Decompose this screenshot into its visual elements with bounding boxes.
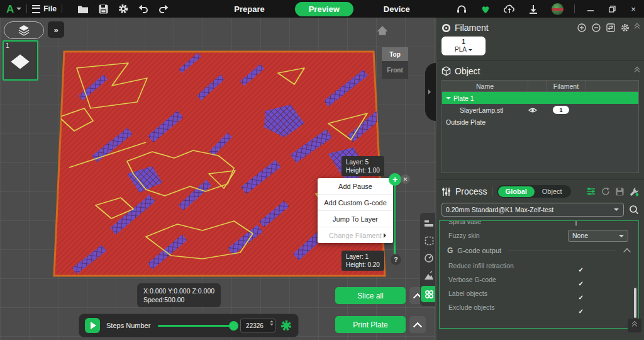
save-icon[interactable] bbox=[99, 4, 108, 14]
print-options-button[interactable] bbox=[409, 316, 426, 333]
steps-spinner[interactable] bbox=[270, 320, 274, 326]
add-layer-action-button[interactable]: + bbox=[389, 173, 401, 186]
multi-plate-view-icon[interactable] bbox=[421, 286, 435, 302]
steps-value-input[interactable]: 22326 bbox=[240, 319, 275, 332]
reset-icon[interactable] bbox=[601, 187, 610, 196]
setting-label-objects[interactable]: Label objects bbox=[440, 286, 638, 300]
viewcube-front[interactable]: Front bbox=[382, 61, 408, 79]
collapse-group-icon[interactable] bbox=[623, 248, 630, 255]
menu-item-jump-to-layer[interactable]: Jump To Layer bbox=[318, 211, 393, 227]
restore-button[interactable] bbox=[601, 0, 623, 18]
legend-toggle-icon[interactable] bbox=[422, 217, 435, 230]
cloud-upload-icon[interactable] bbox=[497, 4, 521, 14]
add-filament-icon[interactable] bbox=[577, 23, 586, 32]
group-gcode-output[interactable]: G G-code output bbox=[440, 242, 638, 259]
search-preset-icon[interactable] bbox=[629, 205, 639, 215]
setting-fuzzy-skin[interactable]: Fuzzy skin None bbox=[440, 229, 638, 242]
scope-global[interactable]: Global bbox=[498, 186, 535, 197]
collapse-panel-button[interactable] bbox=[628, 319, 641, 332]
settings-gear-icon[interactable] bbox=[118, 4, 128, 14]
menu-item-change-filament[interactable]: Change Filament bbox=[318, 227, 393, 243]
remove-filament-icon[interactable] bbox=[592, 23, 601, 32]
filament-settings-gear-icon[interactable] bbox=[621, 23, 630, 32]
outside-plate-label: Outside Plate bbox=[442, 118, 486, 126]
process-section-header: Process Global Object bbox=[436, 180, 644, 200]
expand-caret-icon[interactable] bbox=[446, 97, 451, 102]
save-preset-icon[interactable] bbox=[616, 188, 624, 196]
calibration-wrench-icon[interactable] bbox=[630, 187, 639, 196]
user-avatar[interactable] bbox=[545, 3, 569, 15]
steps-slider-thumb[interactable] bbox=[229, 321, 238, 331]
download-icon[interactable] bbox=[521, 4, 545, 14]
logo-chevron-icon[interactable] bbox=[16, 8, 21, 13]
viewcube-top[interactable]: Top bbox=[382, 47, 408, 61]
collapse-object-icon[interactable] bbox=[635, 69, 639, 74]
settings-scrollbar[interactable] bbox=[634, 288, 636, 318]
plate-row-name: Plate 1 bbox=[453, 94, 474, 102]
layers-icon bbox=[18, 25, 30, 36]
undo-icon[interactable] bbox=[138, 4, 148, 13]
preview-viewport[interactable]: » 1 Top Front Layer: 5 Height: 1.00 + ✕ … bbox=[0, 18, 435, 340]
slice-all-button[interactable]: Slice all bbox=[335, 287, 406, 304]
support-headset-icon[interactable] bbox=[450, 4, 474, 14]
setting-exclude-objects[interactable]: Exclude objects bbox=[440, 300, 638, 314]
column-name: Name bbox=[442, 81, 528, 91]
column-filament: Filament bbox=[547, 81, 586, 91]
plate-thumbnail[interactable]: 1 bbox=[3, 40, 38, 81]
close-button[interactable]: × bbox=[623, 0, 644, 18]
preview-view-toolbar bbox=[420, 213, 435, 306]
setting-spiral-vase[interactable]: Spiral vase bbox=[440, 220, 638, 229]
menu-item-add-pause[interactable]: Add Pause bbox=[318, 178, 393, 195]
tab-prepare[interactable]: Prepare bbox=[228, 2, 270, 16]
plate-thumbnail-image bbox=[10, 52, 30, 72]
minimize-button[interactable] bbox=[580, 0, 601, 18]
filament-material-dropdown[interactable]: PLA bbox=[455, 46, 472, 54]
object-row-name: SlayerLamp.stl bbox=[442, 106, 524, 114]
process-scope-toggle: Global Object bbox=[497, 185, 571, 198]
scope-object[interactable]: Object bbox=[535, 186, 570, 197]
expand-panel-button[interactable]: » bbox=[48, 21, 64, 38]
file-menu[interactable]: File bbox=[43, 4, 57, 13]
tab-preview[interactable]: Preview bbox=[295, 2, 353, 16]
top-bar: A File Prepare Preview bbox=[0, 0, 644, 18]
collapse-filament-icon[interactable] bbox=[635, 25, 639, 30]
terrain-view-icon[interactable] bbox=[422, 269, 435, 283]
column-visibility bbox=[528, 81, 547, 91]
menu-icon[interactable] bbox=[32, 5, 40, 13]
favorites-heart-icon[interactable] bbox=[474, 4, 497, 14]
open-folder-icon[interactable] bbox=[77, 4, 89, 14]
layer-tooltip-upper: Layer: 5 Height: 1.00 bbox=[341, 156, 384, 176]
close-slider-menu-button[interactable]: ✕ bbox=[401, 174, 410, 184]
home-view-icon[interactable] bbox=[376, 25, 389, 36]
table-row-outside-plate[interactable]: Outside Plate bbox=[442, 116, 638, 128]
redo-icon[interactable] bbox=[158, 4, 169, 13]
tab-device[interactable]: Device bbox=[377, 2, 416, 16]
sliced-plate-preview[interactable] bbox=[52, 48, 387, 281]
app-logo[interactable]: A bbox=[6, 4, 14, 14]
object-filament-badge[interactable]: 1 bbox=[553, 106, 569, 114]
setting-reduce-infill-retraction[interactable]: Reduce infill retraction bbox=[440, 259, 638, 273]
steps-slider[interactable] bbox=[158, 325, 234, 327]
position-speed-tooltip: X:0.000 Y:0.000 Z:0.000 Speed:500.00 bbox=[137, 283, 221, 307]
fuzzy-skin-dropdown[interactable]: None bbox=[568, 230, 628, 242]
swap-filament-icon[interactable] bbox=[606, 23, 615, 32]
help-button[interactable]: ? bbox=[391, 254, 401, 265]
setting-verbose-gcode[interactable]: Verbose G-code bbox=[440, 273, 638, 286]
table-row-object[interactable]: SlayerLamp.stl 1 bbox=[442, 104, 638, 116]
spiral-vase-checkbox[interactable] bbox=[575, 220, 577, 226]
table-row-plate[interactable]: Plate 1 bbox=[442, 92, 638, 104]
menu-item-add-custom-gcode[interactable]: Add Custom G-code bbox=[318, 195, 393, 211]
boundary-toggle-icon[interactable] bbox=[422, 234, 435, 248]
divider bbox=[62, 4, 62, 13]
layer-slider[interactable] bbox=[394, 179, 396, 254]
panel-splitter-handle[interactable] bbox=[425, 63, 436, 121]
speed-gauge-icon[interactable] bbox=[422, 251, 435, 265]
plate-settings-icon[interactable] bbox=[280, 320, 292, 331]
tune-parameters-icon[interactable] bbox=[586, 187, 596, 196]
print-plate-button[interactable]: Print Plate bbox=[335, 316, 406, 333]
process-preset-dropdown[interactable]: 0.20mm Standard@K1 Max-Zelf-test bbox=[441, 203, 624, 217]
plate-list-toggle[interactable] bbox=[4, 21, 44, 39]
filament-slot-card[interactable]: 1 PLA bbox=[441, 37, 486, 55]
play-button[interactable] bbox=[85, 318, 100, 333]
visibility-eye-icon[interactable] bbox=[524, 107, 541, 113]
